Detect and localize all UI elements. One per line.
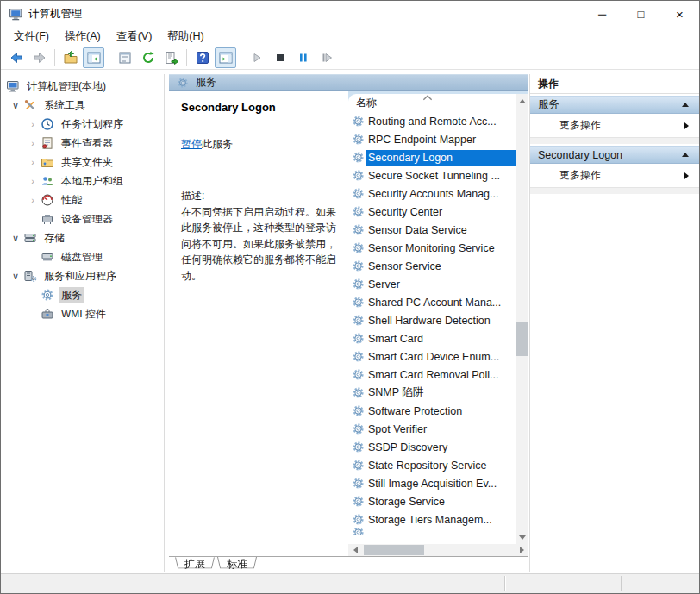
more-actions-item[interactable]: 更多操作: [530, 114, 699, 137]
service-row[interactable]: Routing and Remote Acc...: [348, 112, 516, 130]
tree-item[interactable]: ∨ 存储: [1, 228, 164, 247]
tree-item[interactable]: › 任务计划程序: [1, 115, 164, 134]
service-row[interactable]: Shared PC Account Mana...: [348, 293, 516, 311]
export-list-icon[interactable]: [160, 47, 182, 68]
service-row[interactable]: Security Center: [348, 203, 516, 221]
gear-icon: [352, 133, 365, 146]
service-row[interactable]: SNMP 陷阱: [348, 384, 516, 402]
view-tab[interactable]: 标准: [217, 557, 257, 572]
action-section-header[interactable]: 服务: [530, 96, 699, 114]
toolbar: [1, 46, 699, 70]
tree-expander-icon[interactable]: ›: [25, 195, 41, 205]
tree-item[interactable]: 计算机管理(本地): [1, 77, 164, 96]
description-label: 描述:: [181, 188, 340, 204]
scroll-right-icon[interactable]: [515, 544, 528, 556]
service-row[interactable]: Smart Card Device Enum...: [348, 347, 516, 366]
tree-item[interactable]: 磁盘管理: [1, 247, 164, 266]
pause-service-icon[interactable]: [292, 47, 314, 68]
close-button[interactable]: ×: [660, 1, 699, 27]
pause-service-link[interactable]: 暂停: [181, 138, 202, 150]
refresh-icon[interactable]: [137, 47, 159, 68]
name-column-header[interactable]: 名称: [348, 94, 528, 112]
gear-icon: [352, 187, 365, 200]
view-tab[interactable]: 扩展: [175, 557, 215, 572]
service-row[interactable]: Sensor Monitoring Service: [348, 239, 516, 257]
stop-service-icon[interactable]: [269, 47, 291, 68]
service-row[interactable]: Spot Verifier: [348, 420, 516, 438]
toolbar-button: [109, 49, 109, 66]
back-icon[interactable]: [5, 47, 27, 68]
menu-item[interactable]: 查看(V): [109, 28, 160, 46]
gear-icon: [177, 77, 189, 89]
tree-item[interactable]: › 事件查看器: [1, 134, 164, 153]
forward-icon[interactable]: [28, 47, 50, 68]
titlebar: 计算机管理 ─ □ ×: [1, 1, 699, 27]
scrollbar-thumb[interactable]: [364, 545, 424, 555]
menu-item[interactable]: 文件(F): [6, 28, 57, 46]
service-row[interactable]: Sensor Data Service: [348, 221, 516, 239]
tree-item[interactable]: ∨ 系统工具: [1, 96, 164, 115]
tree-expander-icon[interactable]: ›: [25, 157, 41, 167]
service-row[interactable]: Secondary Logon: [348, 148, 516, 166]
actions-pane: 操作 服务 更多操作 Secondary Logon: [529, 74, 699, 572]
tree-expander-icon[interactable]: ∨: [8, 271, 23, 282]
service-row[interactable]: Still Image Acquisition Ev...: [348, 474, 516, 492]
start-service-icon[interactable]: [246, 47, 267, 68]
service-row[interactable]: Shell Hardware Detection: [348, 311, 516, 329]
service-row[interactable]: SSDP Discovery: [348, 438, 516, 456]
service-row[interactable]: Server: [348, 275, 516, 293]
menu-item[interactable]: 帮助(H): [159, 28, 211, 46]
up-folder-icon[interactable]: [59, 47, 81, 68]
service-row[interactable]: Software Protection: [348, 402, 516, 420]
console-tree-toggle-icon[interactable]: [83, 47, 104, 68]
service-row[interactable]: State Repository Service: [348, 456, 516, 474]
service-row[interactable]: Security Accounts Manag...: [348, 184, 516, 203]
action-section-header[interactable]: Secondary Logon: [530, 146, 699, 164]
gear-icon: [352, 278, 365, 291]
service-row[interactable]: RPC Endpoint Mapper: [348, 130, 516, 148]
service-row[interactable]: Sensor Service: [348, 257, 516, 275]
action-pane-toggle-icon[interactable]: [215, 47, 236, 68]
scroll-left-icon[interactable]: [348, 544, 362, 556]
device-icon: [41, 212, 54, 226]
gear-icon: [352, 296, 365, 309]
tree-expander-icon[interactable]: ∨: [8, 100, 23, 111]
service-row[interactable]: Smart Card: [348, 329, 516, 347]
wmi-icon: [41, 307, 54, 321]
menu-item[interactable]: 操作(A): [57, 28, 109, 46]
menubar: 文件(F) 操作(A) 查看(V) 帮助(H): [1, 27, 699, 46]
gear-icon: [352, 259, 365, 272]
restart-service-icon[interactable]: [316, 47, 337, 68]
tree-expander-icon[interactable]: ∨: [8, 233, 23, 244]
horizontal-scrollbar[interactable]: [348, 544, 528, 556]
service-row[interactable]: Storage Tiers Managem...: [348, 510, 516, 528]
properties-icon[interactable]: [114, 47, 135, 68]
tree-expander-icon[interactable]: ›: [25, 176, 41, 186]
tree-item[interactable]: ∨ 服务和应用程序: [1, 266, 164, 285]
service-row[interactable]: [348, 528, 516, 535]
scroll-up-icon[interactable]: [516, 94, 528, 108]
tree-expander-icon[interactable]: ›: [25, 119, 41, 129]
gear-icon: [352, 528, 365, 535]
tree-item[interactable]: › 本地用户和组: [1, 172, 164, 191]
tree-item[interactable]: › 性能: [1, 191, 164, 209]
scrollbar-thumb[interactable]: [516, 322, 528, 356]
tree-item[interactable]: 服务: [1, 285, 164, 304]
maximize-button[interactable]: □: [622, 1, 660, 27]
service-row[interactable]: Secure Socket Tunneling ...: [348, 166, 516, 184]
service-row[interactable]: Storage Service: [348, 492, 516, 510]
tree-item[interactable]: 设备管理器: [1, 209, 164, 228]
vertical-scrollbar[interactable]: [516, 94, 528, 544]
tree-item[interactable]: › 共享文件夹: [1, 153, 164, 172]
help-icon[interactable]: [191, 47, 213, 68]
scroll-down-icon[interactable]: [516, 530, 528, 544]
minimize-button[interactable]: ─: [583, 1, 622, 27]
service-row[interactable]: Smart Card Removal Poli...: [348, 366, 516, 384]
more-actions-item[interactable]: 更多操作: [530, 164, 699, 187]
gear-icon: [352, 477, 365, 490]
console-tree-pane: 计算机管理(本地) ∨ 系统工具 › 任务计划程序 › 事件查看器 ›: [1, 74, 165, 572]
tree-item[interactable]: WMI 控件: [1, 304, 164, 323]
tree-expander-icon[interactable]: ›: [25, 138, 41, 148]
computer-icon: [9, 7, 23, 22]
action-section: 服务 更多操作: [530, 96, 699, 144]
